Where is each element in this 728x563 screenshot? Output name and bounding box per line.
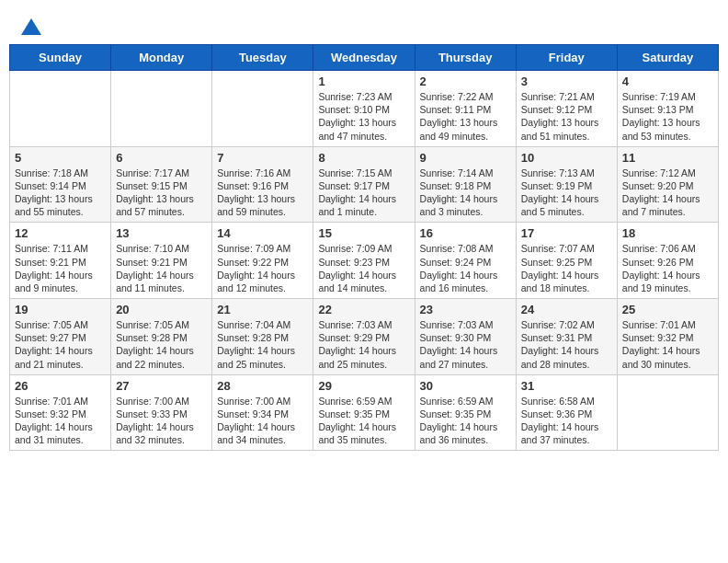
day-info: Sunrise: 7:16 AM Sunset: 9:16 PM Dayligh…: [217, 167, 308, 219]
calendar-cell: 23Sunrise: 7:03 AM Sunset: 9:30 PM Dayli…: [415, 299, 516, 375]
calendar-cell: 6Sunrise: 7:17 AM Sunset: 9:15 PM Daylig…: [111, 146, 212, 223]
day-number: 14: [217, 226, 308, 240]
weekday-header: Sunday: [10, 45, 111, 71]
day-info: Sunrise: 7:09 AM Sunset: 9:23 PM Dayligh…: [318, 242, 409, 294]
day-number: 12: [15, 226, 106, 240]
calendar-cell: 26Sunrise: 7:01 AM Sunset: 9:32 PM Dayli…: [10, 374, 111, 451]
day-number: 13: [116, 226, 207, 240]
day-info: Sunrise: 7:22 AM Sunset: 9:11 PM Dayligh…: [420, 90, 511, 143]
day-info: Sunrise: 7:17 AM Sunset: 9:15 PM Dayligh…: [116, 167, 207, 219]
day-info: Sunrise: 7:04 AM Sunset: 9:28 PM Dayligh…: [217, 318, 308, 371]
day-number: 15: [318, 226, 409, 240]
calendar-cell: 31Sunrise: 6:58 AM Sunset: 9:36 PM Dayli…: [516, 374, 617, 451]
weekday-header: Thursday: [415, 45, 516, 71]
calendar-cell: 25Sunrise: 7:01 AM Sunset: 9:32 PM Dayli…: [617, 299, 718, 375]
day-info: Sunrise: 7:05 AM Sunset: 9:27 PM Dayligh…: [15, 318, 106, 371]
day-number: 9: [420, 151, 511, 165]
weekday-header: Monday: [111, 45, 212, 71]
calendar-week-row: 1Sunrise: 7:23 AM Sunset: 9:10 PM Daylig…: [10, 71, 719, 147]
day-info: Sunrise: 6:59 AM Sunset: 9:35 PM Dayligh…: [420, 395, 511, 447]
day-number: 16: [420, 226, 511, 240]
calendar-cell: 5Sunrise: 7:18 AM Sunset: 9:14 PM Daylig…: [10, 146, 111, 223]
day-info: Sunrise: 7:07 AM Sunset: 9:25 PM Dayligh…: [521, 242, 612, 294]
calendar-week-row: 26Sunrise: 7:01 AM Sunset: 9:32 PM Dayli…: [10, 374, 719, 451]
day-number: 25: [622, 303, 713, 316]
calendar-cell: 28Sunrise: 7:00 AM Sunset: 9:34 PM Dayli…: [212, 374, 313, 451]
calendar-cell: 22Sunrise: 7:03 AM Sunset: 9:29 PM Dayli…: [313, 299, 415, 375]
calendar-header-row: SundayMondayTuesdayWednesdayThursdayFrid…: [10, 45, 719, 71]
day-info: Sunrise: 7:14 AM Sunset: 9:18 PM Dayligh…: [420, 167, 511, 219]
calendar-cell: 20Sunrise: 7:05 AM Sunset: 9:28 PM Dayli…: [111, 299, 212, 375]
day-info: Sunrise: 7:15 AM Sunset: 9:17 PM Dayligh…: [318, 167, 409, 219]
day-number: 26: [15, 379, 106, 393]
day-info: Sunrise: 7:01 AM Sunset: 9:32 PM Dayligh…: [15, 395, 106, 447]
day-info: Sunrise: 7:00 AM Sunset: 9:33 PM Dayligh…: [116, 395, 207, 447]
calendar-cell: 19Sunrise: 7:05 AM Sunset: 9:27 PM Dayli…: [10, 299, 111, 375]
day-number: 18: [622, 226, 713, 240]
calendar-cell: 21Sunrise: 7:04 AM Sunset: 9:28 PM Dayli…: [212, 299, 313, 375]
day-info: Sunrise: 7:00 AM Sunset: 9:34 PM Dayligh…: [217, 395, 308, 447]
calendar-cell: [617, 374, 718, 451]
svg-marker-0: [21, 18, 41, 35]
calendar-week-row: 12Sunrise: 7:11 AM Sunset: 9:21 PM Dayli…: [10, 223, 719, 299]
day-info: Sunrise: 6:59 AM Sunset: 9:35 PM Dayligh…: [318, 395, 409, 447]
day-number: 20: [116, 303, 207, 316]
day-info: Sunrise: 7:13 AM Sunset: 9:19 PM Dayligh…: [521, 167, 612, 219]
day-number: 10: [521, 151, 612, 165]
day-info: Sunrise: 7:21 AM Sunset: 9:12 PM Dayligh…: [521, 90, 612, 143]
calendar-cell: 29Sunrise: 6:59 AM Sunset: 9:35 PM Dayli…: [313, 374, 415, 451]
day-number: 2: [420, 75, 511, 88]
calendar-cell: 17Sunrise: 7:07 AM Sunset: 9:25 PM Dayli…: [516, 223, 617, 299]
day-number: 8: [318, 151, 409, 165]
day-info: Sunrise: 7:03 AM Sunset: 9:30 PM Dayligh…: [420, 318, 511, 371]
day-number: 29: [318, 379, 409, 393]
day-number: 4: [622, 75, 713, 88]
day-number: 5: [15, 151, 106, 165]
calendar-week-row: 19Sunrise: 7:05 AM Sunset: 9:27 PM Dayli…: [10, 299, 719, 375]
day-info: Sunrise: 7:12 AM Sunset: 9:20 PM Dayligh…: [622, 167, 713, 219]
calendar-cell: 8Sunrise: 7:15 AM Sunset: 9:17 PM Daylig…: [313, 146, 415, 223]
day-number: 19: [15, 303, 106, 316]
calendar-cell: 4Sunrise: 7:19 AM Sunset: 9:13 PM Daylig…: [617, 71, 718, 147]
day-info: Sunrise: 7:08 AM Sunset: 9:24 PM Dayligh…: [420, 242, 511, 294]
calendar-cell: 16Sunrise: 7:08 AM Sunset: 9:24 PM Dayli…: [415, 223, 516, 299]
weekday-header: Tuesday: [212, 45, 313, 71]
calendar-table: SundayMondayTuesdayWednesdayThursdayFrid…: [9, 44, 719, 451]
day-info: Sunrise: 7:23 AM Sunset: 9:10 PM Dayligh…: [318, 90, 409, 143]
calendar-cell: 27Sunrise: 7:00 AM Sunset: 9:33 PM Dayli…: [111, 374, 212, 451]
logo-arrow-icon: [21, 18, 41, 35]
calendar-cell: 12Sunrise: 7:11 AM Sunset: 9:21 PM Dayli…: [10, 223, 111, 299]
day-number: 31: [521, 379, 612, 393]
calendar-cell: 9Sunrise: 7:14 AM Sunset: 9:18 PM Daylig…: [415, 146, 516, 223]
day-info: Sunrise: 7:09 AM Sunset: 9:22 PM Dayligh…: [217, 242, 308, 294]
day-info: Sunrise: 7:19 AM Sunset: 9:13 PM Dayligh…: [622, 90, 713, 143]
calendar-week-row: 5Sunrise: 7:18 AM Sunset: 9:14 PM Daylig…: [10, 146, 719, 223]
day-number: 3: [521, 75, 612, 88]
day-info: Sunrise: 7:02 AM Sunset: 9:31 PM Dayligh…: [521, 318, 612, 371]
calendar-cell: 13Sunrise: 7:10 AM Sunset: 9:21 PM Dayli…: [111, 223, 212, 299]
day-info: Sunrise: 7:18 AM Sunset: 9:14 PM Dayligh…: [15, 167, 106, 219]
calendar-cell: [10, 71, 111, 147]
day-info: Sunrise: 7:01 AM Sunset: 9:32 PM Dayligh…: [622, 318, 713, 371]
day-info: Sunrise: 7:11 AM Sunset: 9:21 PM Dayligh…: [15, 242, 106, 294]
calendar-cell: 15Sunrise: 7:09 AM Sunset: 9:23 PM Dayli…: [313, 223, 415, 299]
weekday-header: Saturday: [617, 45, 718, 71]
day-number: 27: [116, 379, 207, 393]
calendar-cell: 24Sunrise: 7:02 AM Sunset: 9:31 PM Dayli…: [516, 299, 617, 375]
day-number: 22: [318, 303, 409, 316]
calendar-cell: 14Sunrise: 7:09 AM Sunset: 9:22 PM Dayli…: [212, 223, 313, 299]
weekday-header: Friday: [516, 45, 617, 71]
calendar-cell: 1Sunrise: 7:23 AM Sunset: 9:10 PM Daylig…: [313, 71, 415, 147]
logo: [18, 18, 41, 35]
day-info: Sunrise: 7:06 AM Sunset: 9:26 PM Dayligh…: [622, 242, 713, 294]
day-number: 30: [420, 379, 511, 393]
day-number: 1: [318, 75, 409, 88]
calendar-cell: [212, 71, 313, 147]
day-info: Sunrise: 6:58 AM Sunset: 9:36 PM Dayligh…: [521, 395, 612, 447]
day-info: Sunrise: 7:05 AM Sunset: 9:28 PM Dayligh…: [116, 318, 207, 371]
page-header: [9, 9, 719, 40]
calendar-cell: 2Sunrise: 7:22 AM Sunset: 9:11 PM Daylig…: [415, 71, 516, 147]
weekday-header: Wednesday: [313, 45, 415, 71]
calendar-cell: 18Sunrise: 7:06 AM Sunset: 9:26 PM Dayli…: [617, 223, 718, 299]
calendar-cell: 10Sunrise: 7:13 AM Sunset: 9:19 PM Dayli…: [516, 146, 617, 223]
